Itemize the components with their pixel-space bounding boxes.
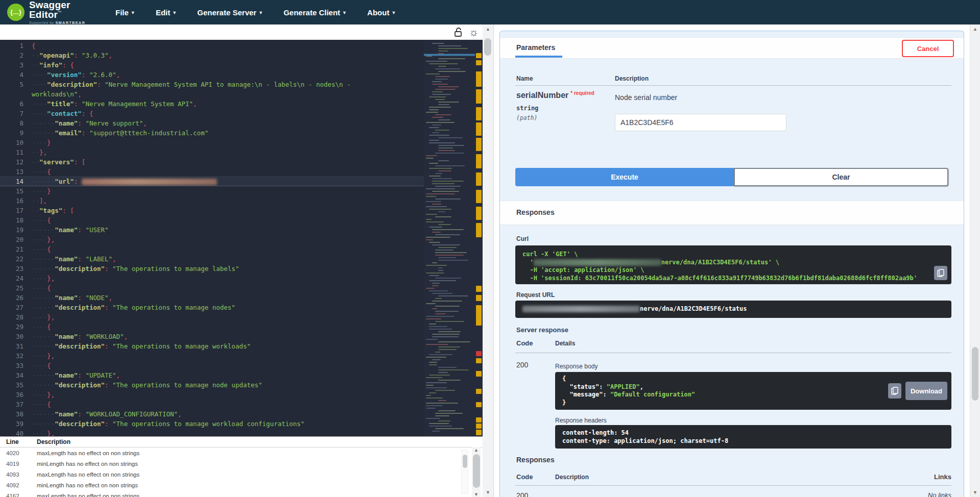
- editor-line[interactable]: 1{: [0, 41, 424, 51]
- validation-scrollbar[interactable]: ▲ ▼: [472, 447, 481, 497]
- warning-mark[interactable]: [476, 295, 482, 301]
- validation-row[interactable]: 4162maxLength has no effect on non strin…: [0, 490, 483, 497]
- serial-number-input[interactable]: [615, 114, 786, 131]
- editor-line[interactable]: 22······"name": "LABEL",: [0, 254, 424, 264]
- menu-file[interactable]: File▾: [115, 8, 134, 17]
- right-scrollbar-thumb[interactable]: [972, 347, 978, 401]
- warning-mark[interactable]: [476, 371, 482, 377]
- editor-line[interactable]: 9······"email": "support@tttech-industri…: [0, 128, 424, 138]
- editor-line[interactable]: 34······"name": "UPDATE",: [0, 370, 424, 380]
- scroll-up-icon[interactable]: ▲: [970, 27, 980, 32]
- menu-generate-server[interactable]: Generate Server▾: [197, 8, 262, 17]
- editor-line[interactable]: 4····"version": "2.6.0",: [0, 70, 424, 80]
- validation-inner-scrollbar[interactable]: [461, 450, 468, 494]
- warning-mark[interactable]: [476, 305, 482, 326]
- editor-line[interactable]: 3··"info": {: [0, 60, 424, 70]
- download-button[interactable]: Download: [905, 382, 947, 400]
- editor-line[interactable]: 25····{: [0, 283, 424, 293]
- unlock-icon[interactable]: [453, 27, 464, 37]
- validation-row[interactable]: 4019minLength has no effect on non strin…: [0, 458, 483, 469]
- warning-mark[interactable]: [476, 107, 482, 120]
- scroll-up-icon[interactable]: ▲: [472, 448, 481, 453]
- warning-mark[interactable]: [476, 60, 482, 65]
- menu-edit[interactable]: Edit▾: [156, 8, 176, 17]
- editor-minimap[interactable]: [424, 40, 483, 436]
- cancel-button[interactable]: Cancel: [902, 40, 954, 57]
- editor-line[interactable]: 31······"description": "The operations t…: [0, 341, 424, 351]
- execute-button[interactable]: Execute: [515, 168, 734, 186]
- editor-line[interactable]: 27······"description": "The operations t…: [0, 303, 424, 312]
- editor-line[interactable]: 29····{: [0, 322, 424, 332]
- editor-line[interactable]: 16··],: [0, 196, 424, 206]
- menu-about[interactable]: About▾: [367, 8, 395, 17]
- editor-line[interactable]: 12··"servers": [: [0, 157, 424, 167]
- editor-line[interactable]: 36····},: [0, 390, 424, 400]
- clear-button[interactable]: Clear: [734, 168, 948, 186]
- warning-mark[interactable]: [476, 430, 482, 435]
- validation-scrollbar-thumb[interactable]: [473, 454, 480, 488]
- editor-line[interactable]: 32····},: [0, 351, 424, 361]
- warning-mark[interactable]: [476, 402, 482, 407]
- warning-mark[interactable]: [476, 89, 482, 104]
- editor-line[interactable]: 23······"description": "The operations t…: [0, 264, 424, 274]
- editor-line[interactable]: 30······"name": "WORKLOAD",: [0, 332, 424, 341]
- editor-line[interactable]: 8······"name": "Nerve support",: [0, 118, 424, 128]
- code-editor[interactable]: 1{2··"openapi": "3.0.3",3··"info": {4···…: [0, 40, 424, 436]
- error-mark[interactable]: [476, 351, 482, 356]
- editor-line[interactable]: 35······"description": "The operations t…: [0, 380, 424, 390]
- copy-button[interactable]: [934, 266, 947, 280]
- editor-scrollbar-thumb[interactable]: [484, 38, 491, 56]
- menu-generate-client[interactable]: Generate Client▾: [283, 8, 346, 17]
- editor-line[interactable]: 2··"openapi": "3.0.3",: [0, 51, 424, 60]
- editor-line[interactable]: 33····{: [0, 361, 424, 370]
- warning-mark[interactable]: [476, 358, 482, 363]
- scroll-up-icon[interactable]: ▲: [483, 27, 493, 32]
- warning-mark[interactable]: [476, 172, 482, 186]
- copy-button[interactable]: [888, 383, 901, 399]
- scroll-down-icon[interactable]: ▼: [483, 490, 493, 495]
- scroll-down-icon[interactable]: ▼: [472, 492, 481, 497]
- editor-line[interactable]: 7····"contact": {: [0, 109, 424, 118]
- editor-line[interactable]: 20····},: [0, 235, 424, 244]
- editor-line[interactable]: 13····{: [0, 167, 424, 177]
- editor-line[interactable]: 15····}: [0, 186, 424, 196]
- editor-line[interactable]: 17··"tags": [: [0, 206, 424, 215]
- editor-line[interactable]: 39······"description": "The operations t…: [0, 419, 424, 429]
- warning-mark[interactable]: [476, 424, 482, 429]
- editor-line[interactable]: 26······"name": "NODE",: [0, 293, 424, 303]
- editor-line[interactable]: 38······"name": "WORKLOAD_CONFIGURATION"…: [0, 409, 424, 419]
- warning-mark[interactable]: [476, 71, 482, 87]
- editor-line[interactable]: 11··},: [0, 147, 424, 157]
- warning-mark[interactable]: [476, 389, 482, 394]
- editor-line[interactable]: 5····"description": "Nerve Management Sy…: [0, 80, 424, 89]
- validation-row[interactable]: 4093maxLength has no effect on non strin…: [0, 469, 483, 480]
- validation-row[interactable]: 4020maxLength has no effect on non strin…: [0, 448, 483, 458]
- warning-mark[interactable]: [476, 154, 482, 168]
- warning-mark[interactable]: [476, 286, 482, 292]
- warning-mark[interactable]: [476, 417, 482, 423]
- editor-line[interactable]: workloads\n",: [0, 89, 424, 99]
- editor-line[interactable]: 6····"title": "Nerve Management System A…: [0, 99, 424, 109]
- warning-mark[interactable]: [476, 223, 482, 237]
- warning-mark[interactable]: [476, 122, 482, 136]
- editor-line[interactable]: 28····},: [0, 312, 424, 322]
- tab-parameters[interactable]: Parameters: [516, 37, 555, 58]
- editor-line[interactable]: 19······"name": "USER": [0, 225, 424, 235]
- editor-line[interactable]: 10····}: [0, 138, 424, 147]
- warning-mark[interactable]: [476, 207, 482, 220]
- scroll-down-icon[interactable]: ▼: [970, 490, 980, 495]
- editor-line[interactable]: 40····},: [0, 429, 424, 436]
- editor-scrollbar[interactable]: ▲ ▼: [483, 24, 494, 497]
- editor-line[interactable]: 21····{: [0, 244, 424, 254]
- editor-line[interactable]: 37····{: [0, 400, 424, 409]
- editor-line[interactable]: 14······"url":: [0, 177, 424, 186]
- validation-row[interactable]: 4092minLength has no effect on non strin…: [0, 480, 483, 490]
- warning-mark[interactable]: [476, 53, 482, 58]
- right-pane-scrollbar[interactable]: ▲ ▼: [970, 24, 980, 497]
- theme-sun-icon[interactable]: ☼: [469, 26, 479, 39]
- editor-line[interactable]: 18····{: [0, 215, 424, 225]
- validation-inner-thumb[interactable]: [463, 455, 467, 468]
- editor-line[interactable]: 24····},: [0, 274, 424, 283]
- warning-mark[interactable]: [476, 190, 482, 203]
- warning-mark[interactable]: [476, 138, 482, 151]
